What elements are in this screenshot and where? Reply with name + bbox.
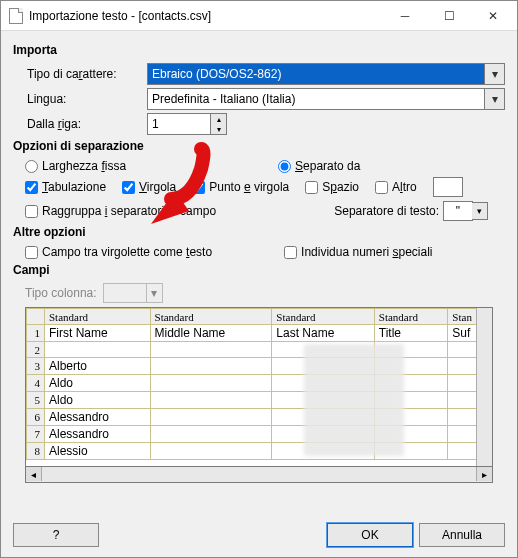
vertical-scrollbar[interactable]	[476, 308, 492, 466]
scroll-left-icon[interactable]: ◂	[26, 467, 42, 481]
col-header[interactable]: Standard	[45, 309, 151, 325]
col-header[interactable]: Standard	[374, 309, 448, 325]
table-row: 2	[27, 342, 492, 358]
tab-checkbox[interactable]: Tabulazione	[25, 180, 106, 194]
fields-heading: Campi	[13, 263, 505, 277]
horizontal-scrollbar[interactable]: ◂ ▸	[25, 467, 493, 483]
document-icon	[9, 8, 23, 24]
minimize-button[interactable]: ─	[383, 2, 427, 30]
dialog-footer: ? OK Annulla	[1, 513, 517, 557]
other-separator-input[interactable]	[433, 177, 463, 197]
column-type-label: Tipo colonna:	[25, 286, 97, 300]
table-row: 8Alessio	[27, 443, 492, 460]
table-row: 5Aldo	[27, 392, 492, 409]
titlebar: Importazione testo - [contacts.csv] ─ ☐ …	[1, 1, 517, 31]
spin-down-icon[interactable]: ▾	[210, 124, 226, 134]
other-checkbox[interactable]: Altro	[375, 180, 417, 194]
table-row: 1First NameMiddle NameLast NameTitleSuf	[27, 325, 492, 342]
space-checkbox[interactable]: Spazio	[305, 180, 359, 194]
language-label: Lingua:	[27, 92, 147, 106]
language-select[interactable]: Predefinita - Italiano (Italia) ▾	[147, 88, 505, 110]
charset-label: Tipo di carattere:	[27, 67, 147, 81]
table-row: 3Alberto	[27, 358, 492, 375]
import-heading: Importa	[13, 43, 505, 57]
close-button[interactable]: ✕	[471, 2, 515, 30]
maximize-button[interactable]: ☐	[427, 2, 471, 30]
quoted-as-text-checkbox[interactable]: Campo tra virgolette come testo	[25, 245, 212, 259]
comma-checkbox[interactable]: Virgola	[122, 180, 176, 194]
scroll-right-icon[interactable]: ▸	[476, 467, 492, 481]
preview-grid[interactable]: Standard Standard Standard Standard Stan…	[25, 307, 493, 467]
fromrow-value: 1	[152, 117, 159, 131]
separated-by-radio[interactable]: Separato da	[278, 159, 360, 173]
charset-select[interactable]: Ebraico (DOS/OS2-862) ▾	[147, 63, 505, 85]
header-row: Standard Standard Standard Standard Stan	[27, 309, 492, 325]
table-row: 4Aldo	[27, 375, 492, 392]
chevron-down-icon[interactable]: ▾	[484, 89, 504, 109]
dialog-window: Importazione testo - [contacts.csv] ─ ☐ …	[0, 0, 518, 558]
window-title: Importazione testo - [contacts.csv]	[29, 9, 383, 23]
chevron-down-icon[interactable]: ▾	[484, 64, 504, 84]
spin-up-icon[interactable]: ▴	[210, 114, 226, 124]
col-header[interactable]: Standard	[272, 309, 374, 325]
col-header[interactable]: Standard	[150, 309, 272, 325]
table-row: 7Alessandro	[27, 426, 492, 443]
fixed-width-radio[interactable]: Larghezza fissa	[25, 159, 126, 173]
other-options-heading: Altre opzioni	[13, 225, 505, 239]
language-value: Predefinita - Italiano (Italia)	[152, 92, 295, 106]
cancel-button[interactable]: Annulla	[419, 523, 505, 547]
ok-button[interactable]: OK	[327, 523, 413, 547]
fromrow-spinner[interactable]: 1 ▴▾	[147, 113, 227, 135]
redacted-area	[304, 344, 404, 456]
chevron-down-icon[interactable]: ▾	[472, 202, 488, 220]
text-separator-label: Separatore di testo:	[334, 204, 439, 218]
text-separator-select[interactable]: "▾	[443, 201, 473, 221]
separator-heading: Opzioni di separazione	[13, 139, 505, 153]
merge-delimiters-checkbox[interactable]: Raggruppa i separatori di campo	[25, 204, 216, 218]
semicolon-checkbox[interactable]: Punto e virgola	[192, 180, 289, 194]
charset-value: Ebraico (DOS/OS2-862)	[152, 67, 281, 81]
fromrow-label: Dalla riga:	[27, 117, 147, 131]
help-button[interactable]: ?	[13, 523, 99, 547]
detect-special-numbers-checkbox[interactable]: Individua numeri speciali	[284, 245, 432, 259]
chevron-down-icon: ▾	[146, 284, 162, 302]
dialog-content: Importa Tipo di carattere: Ebraico (DOS/…	[1, 31, 517, 513]
table-row: 6Alessandro	[27, 409, 492, 426]
column-type-select: ▾	[103, 283, 163, 303]
